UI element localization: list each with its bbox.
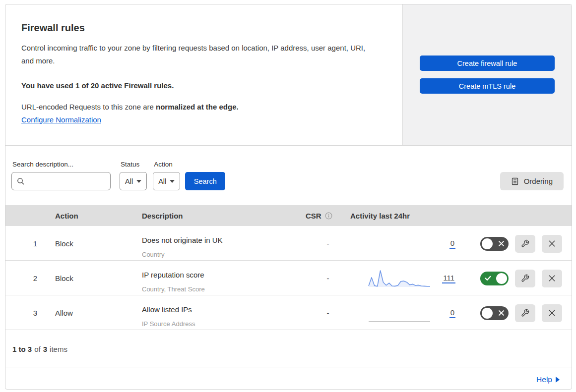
rule-controls <box>464 304 572 322</box>
rule-action: Block <box>50 239 137 248</box>
table-header-row: Action Description CSR Activity last 24h… <box>5 205 572 226</box>
wrench-icon <box>521 274 529 282</box>
x-icon <box>548 309 556 317</box>
table-row: 2BlockIP reputation scoreCountry, Threat… <box>5 261 572 295</box>
table-body: 1BlockDoes not originate in UKCountry-02… <box>5 226 572 330</box>
header-text-block: Firewall rules Control incoming traffic … <box>5 4 402 145</box>
normalization-note-bold: normalized at the edge. <box>156 103 239 111</box>
activity-sparkline <box>368 233 431 254</box>
wrench-icon <box>521 309 529 317</box>
rule-fields: IP Source Address <box>142 318 306 331</box>
activity-count-link[interactable]: 0 <box>449 308 455 318</box>
status-filter-select[interactable]: All <box>120 172 147 190</box>
help-link-label: Help <box>536 375 552 384</box>
status-filter-group: Status All <box>120 161 147 190</box>
activity-sparkline <box>368 268 431 289</box>
delete-rule-button[interactable] <box>542 235 562 253</box>
delete-rule-button[interactable] <box>542 304 562 322</box>
rule-enable-toggle[interactable] <box>480 237 509 251</box>
toggle-knob <box>482 308 493 319</box>
normalization-note: URL-encoded Requests to this zone are no… <box>21 103 387 111</box>
info-circle-icon[interactable] <box>325 212 332 220</box>
rule-csr-value: - <box>306 274 350 282</box>
action-filter-value: All <box>158 177 166 185</box>
rule-description: Does not originate in UK <box>142 234 306 247</box>
column-header-action: Action <box>50 212 137 220</box>
rules-table: Action Description CSR Activity last 24h… <box>5 205 572 368</box>
rule-controls <box>464 235 572 253</box>
table-row: 1BlockDoes not originate in UKCountry-0 <box>5 226 572 261</box>
header-section: Firewall rules Control incoming traffic … <box>5 4 572 146</box>
usage-summary: You have used 1 of 20 active Firewall ru… <box>21 81 387 90</box>
help-link[interactable]: Help <box>536 375 560 384</box>
rule-description-cell: Allow listed IPsIP Source Address <box>137 303 306 331</box>
configure-normalization-link[interactable]: Configure Normalization <box>21 115 101 124</box>
create-mtls-rule-button[interactable]: Create mTLS rule <box>420 78 555 94</box>
search-input[interactable] <box>29 177 105 185</box>
rule-activity-cell: 0 <box>350 226 464 261</box>
rule-description-cell: IP reputation scoreCountry, Threat Score <box>137 269 306 296</box>
page-description: Control incoming traffic to your zone by… <box>21 42 375 67</box>
rule-activity-cell: 111 <box>350 261 464 296</box>
items-total: 3 <box>43 345 47 353</box>
edit-rule-button[interactable] <box>515 304 535 322</box>
rule-action: Block <box>50 274 137 282</box>
actions-panel: Create firewall rule Create mTLS rule <box>402 4 572 145</box>
rule-enable-toggle[interactable] <box>480 272 509 285</box>
table-row: 3AllowAllow listed IPsIP Source Address-… <box>5 295 572 330</box>
document-lines-icon <box>511 177 519 185</box>
delete-rule-button[interactable] <box>542 270 562 287</box>
toggle-knob <box>496 273 507 284</box>
rule-action: Allow <box>50 309 137 317</box>
magnifier-icon <box>17 177 25 185</box>
activity-sparkline <box>368 303 431 324</box>
wrench-icon <box>521 239 529 248</box>
triangle-right-icon <box>556 377 560 383</box>
check-icon <box>485 276 491 281</box>
items-range: 1 to 3 <box>12 345 32 353</box>
rule-priority: 2 <box>5 274 50 282</box>
status-filter-value: All <box>125 177 133 185</box>
x-icon <box>548 275 556 282</box>
search-button[interactable]: Search <box>185 172 225 190</box>
search-label: Search description... <box>12 161 111 168</box>
rule-description-cell: Does not originate in UKCountry <box>137 234 306 261</box>
column-header-activity: Activity last 24hr <box>350 212 464 220</box>
rule-fields: Country <box>142 248 306 261</box>
rule-priority: 3 <box>5 309 50 317</box>
create-firewall-rule-button[interactable]: Create firewall rule <box>420 56 555 71</box>
search-box[interactable] <box>11 172 111 190</box>
action-filter-select[interactable]: All <box>153 172 180 190</box>
status-label: Status <box>121 161 147 168</box>
activity-flatline <box>369 321 430 322</box>
chevron-down-icon <box>170 180 175 183</box>
activity-flatline <box>369 252 430 252</box>
rule-activity-cell: 0 <box>350 295 464 331</box>
x-icon <box>499 310 504 316</box>
edit-rule-button[interactable] <box>515 235 535 253</box>
toggle-knob <box>482 238 493 249</box>
x-icon <box>548 240 556 247</box>
filter-bar: Search description... Status All Action … <box>5 146 572 205</box>
rule-fields: Country, Threat Score <box>142 283 306 296</box>
edit-rule-button[interactable] <box>515 270 535 287</box>
search-group: Search description... <box>11 161 111 190</box>
firewall-rules-page: Firewall rules Control incoming traffic … <box>5 4 572 390</box>
rule-csr-value: - <box>306 309 350 317</box>
rule-description: IP reputation score <box>142 269 306 281</box>
action-label: Action <box>154 161 180 168</box>
rule-enable-toggle[interactable] <box>480 306 509 320</box>
activity-count-link[interactable]: 111 <box>442 274 455 283</box>
ordering-button[interactable]: Ordering <box>500 172 564 190</box>
column-header-csr: CSR <box>306 212 350 220</box>
ordering-button-label: Ordering <box>524 177 553 185</box>
rule-csr-value: - <box>306 239 350 248</box>
table-footer: 1 to 3 of 3 items <box>5 330 572 368</box>
rule-controls <box>464 270 572 287</box>
normalization-note-text: URL-encoded Requests to this zone are <box>21 103 154 111</box>
activity-sparkline-chart <box>368 268 431 289</box>
page-title: Firewall rules <box>21 22 387 34</box>
rule-description: Allow listed IPs <box>142 303 306 316</box>
activity-count-link[interactable]: 0 <box>449 239 455 249</box>
chevron-down-icon <box>136 180 141 183</box>
